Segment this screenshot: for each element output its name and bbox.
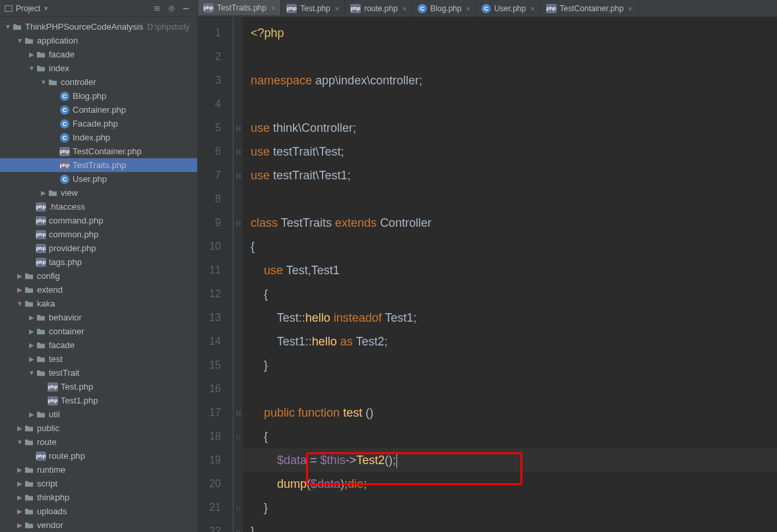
tree-item[interactable]: ▼controller [0, 75, 197, 89]
code-line[interactable]: { [243, 425, 777, 448]
editor-tab[interactable]: CBlog.php× [412, 0, 476, 16]
tree-item[interactable]: ▼route [0, 435, 197, 449]
tree-item[interactable]: CFacade.php [0, 117, 197, 131]
code-line[interactable]: } [243, 519, 777, 532]
tree-arrow-icon: ▶ [28, 341, 36, 349]
tree-item-label: command.php [49, 216, 103, 225]
tree-arrow-icon: ▶ [16, 480, 24, 487]
close-icon[interactable]: × [335, 5, 339, 13]
tree-item[interactable]: phpcommon.php [0, 227, 197, 241]
tree-item[interactable]: ▼index [0, 61, 197, 75]
tree-item[interactable]: CUser.php [0, 172, 197, 186]
tree-item[interactable]: ▶script [0, 477, 197, 490]
tree-item[interactable]: CBlog.php [0, 89, 197, 103]
code-line[interactable]: } [243, 496, 777, 519]
code-line[interactable]: Test::hello insteadof Test1; [243, 306, 777, 330]
tree-item[interactable]: ▶facade [0, 47, 197, 61]
class-file-icon: C [59, 105, 70, 115]
code-line[interactable]: dump($data);die; [243, 472, 777, 496]
code-line[interactable]: class TestTraits extends Controller [243, 211, 777, 235]
close-icon[interactable]: × [466, 5, 470, 13]
code-line[interactable]: Test1::hello as Test2; [243, 330, 777, 353]
tree-item[interactable]: ▶uploads [0, 504, 197, 518]
tree-item[interactable]: phpTestTraits.php [0, 158, 197, 172]
editor-tab[interactable]: phproute.php× [345, 0, 412, 16]
close-icon[interactable]: × [628, 5, 632, 13]
code-line[interactable]: use testTrait\Test1; [243, 163, 777, 187]
code-line[interactable]: public function test () [243, 401, 777, 425]
tree-item[interactable]: ▶vendor [0, 518, 197, 532]
folder-icon [24, 285, 34, 295]
tree-item[interactable]: ▶behavior [0, 310, 197, 324]
code-line[interactable]: { [243, 282, 777, 306]
php-file-icon: php [47, 382, 58, 392]
editor-tab[interactable]: phpTestContainer.php× [541, 0, 638, 16]
editor-tab[interactable]: CUser.php× [476, 0, 540, 16]
tree-item[interactable]: phpTest.php [0, 380, 197, 394]
fold-column: ⊟⊟⊟⊟⊟◇◇◇ [233, 17, 243, 532]
tree-item[interactable]: ▶facade [0, 338, 197, 352]
collapse-icon[interactable] [179, 1, 193, 16]
code-line[interactable]: $data = $this->Test2(); [243, 448, 777, 472]
tree-item-label: public [37, 423, 59, 433]
code-line[interactable] [243, 92, 777, 116]
tree-item[interactable]: ▶extend [0, 283, 197, 297]
tree-item[interactable]: phpTest1.php [0, 394, 197, 407]
tree-item-label: config [37, 271, 60, 281]
tree-item[interactable]: phptags.php [0, 255, 197, 269]
folder-icon [24, 506, 34, 517]
tree-item-label: .htaccess [49, 202, 85, 212]
editor-body: 12345678910111213141516171819202122 ⊟⊟⊟⊟… [198, 17, 777, 532]
code-line[interactable]: { [243, 235, 777, 258]
tree-item-label: kaka [37, 299, 55, 309]
folder-icon [47, 188, 58, 198]
tree-item[interactable]: ▼application [0, 34, 197, 47]
code-area[interactable]: <?phpnamespace app\index\controller;use … [243, 17, 777, 532]
sidebar-title[interactable]: Project ▼ [4, 4, 49, 13]
tree-item[interactable]: CContainer.php [0, 103, 197, 117]
tab-label: Blog.php [430, 4, 461, 13]
folder-icon [47, 77, 58, 88]
tree-item[interactable]: phpprovider.php [0, 241, 197, 255]
code-line[interactable]: namespace app\index\controller; [243, 69, 777, 92]
editor-tab[interactable]: phpTest.php× [281, 0, 345, 16]
code-line[interactable]: use Test,Test1 [243, 258, 777, 282]
tree-item-label: vendor [37, 520, 63, 530]
tree-item[interactable]: ▶public [0, 421, 197, 435]
tree-item[interactable]: ▶container [0, 324, 197, 338]
tree-item-label: Blog.php [73, 91, 106, 101]
tree-item[interactable]: ▶test [0, 352, 197, 366]
gear-icon[interactable] [164, 1, 179, 16]
project-tree[interactable]: ▼ThinkPHPSourceCodeAnalysisD:\phpstudy▼a… [0, 17, 197, 532]
editor-tab[interactable]: phpTestTraits.php× [198, 0, 281, 16]
tree-item[interactable]: ▼kaka [0, 297, 197, 310]
close-icon[interactable]: × [530, 5, 534, 13]
tree-item[interactable]: ▼testTrait [0, 366, 197, 380]
tree-item[interactable]: phpTestContainer.php [0, 144, 197, 158]
code-line[interactable] [243, 187, 777, 211]
code-line[interactable]: use think\Controller; [243, 116, 777, 140]
tree-item[interactable]: phproute.php [0, 449, 197, 463]
tree-item[interactable]: ▶config [0, 269, 197, 283]
tree-item[interactable]: ▼ThinkPHPSourceCodeAnalysisD:\phpstudy [0, 20, 197, 34]
tree-item[interactable]: php.htaccess [0, 200, 197, 214]
close-icon[interactable]: × [402, 5, 406, 13]
tree-item-label: controller [61, 77, 96, 87]
code-line[interactable] [243, 377, 777, 401]
tree-item[interactable]: CIndex.php [0, 131, 197, 144]
code-line[interactable]: use testTrait\Test; [243, 140, 777, 163]
code-line[interactable] [243, 45, 777, 69]
tree-arrow-icon: ▼ [16, 37, 24, 44]
tree-item[interactable]: ▶runtime [0, 463, 197, 477]
tree-item-label: facade [49, 49, 75, 59]
sidebar-settings-icon[interactable] [150, 1, 164, 16]
tree-item[interactable]: ▶view [0, 186, 197, 200]
code-line[interactable]: } [243, 353, 777, 377]
tree-item-label: route [37, 437, 57, 447]
tree-item[interactable]: ▶thinkphp [0, 490, 197, 504]
code-line[interactable]: <?php [243, 21, 777, 45]
tree-item-label: ThinkPHPSourceCodeAnalysis [25, 22, 143, 32]
tree-item[interactable]: ▶util [0, 407, 197, 421]
tree-item[interactable]: phpcommand.php [0, 214, 197, 227]
close-icon[interactable]: × [271, 4, 275, 12]
